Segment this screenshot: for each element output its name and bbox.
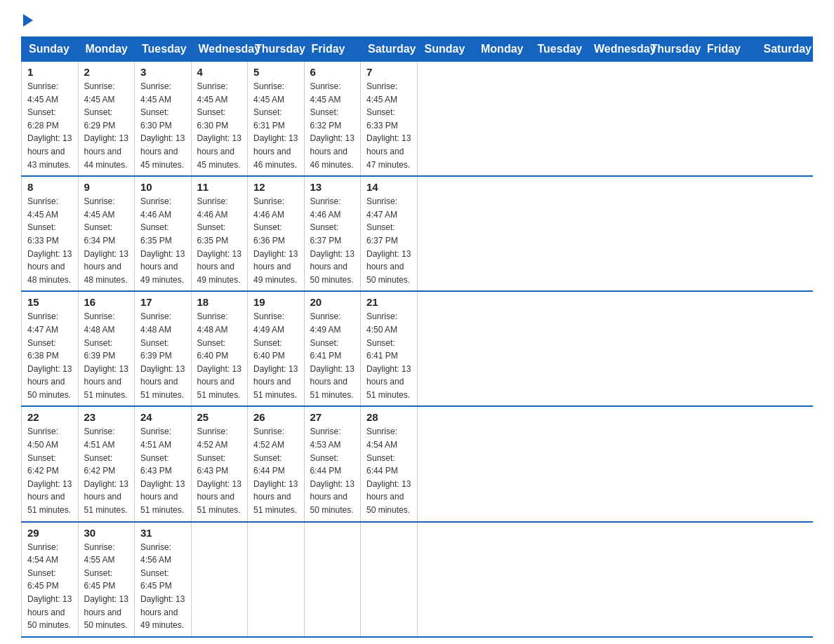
day-number: 27 [310,411,355,423]
day-cell: 27Sunrise: 4:53 AMSunset: 6:44 PMDayligh… [304,406,361,521]
day-info: Sunrise: 4:45 AMSunset: 6:29 PMDaylight:… [84,80,129,171]
day-number: 10 [140,181,185,193]
day-cell: 2Sunrise: 4:45 AMSunset: 6:29 PMDaylight… [78,62,135,177]
col-header-monday: Monday [474,37,531,62]
day-info: Sunrise: 4:48 AMSunset: 6:39 PMDaylight:… [140,310,185,401]
day-info: Sunrise: 4:45 AMSunset: 6:30 PMDaylight:… [140,80,185,171]
day-number: 21 [366,296,411,308]
day-cell: 10Sunrise: 4:46 AMSunset: 6:35 PMDayligh… [135,176,192,291]
day-cell: 24Sunrise: 4:51 AMSunset: 6:43 PMDayligh… [135,406,192,521]
day-number: 9 [84,181,129,193]
day-info: Sunrise: 4:45 AMSunset: 6:32 PMDaylight:… [310,80,355,171]
day-cell: 18Sunrise: 4:48 AMSunset: 6:40 PMDayligh… [191,291,248,406]
day-number: 29 [27,527,72,539]
day-cell: 29Sunrise: 4:54 AMSunset: 6:45 PMDayligh… [22,522,79,637]
day-info: Sunrise: 4:45 AMSunset: 6:33 PMDaylight:… [366,80,411,171]
day-cell: 8Sunrise: 4:45 AMSunset: 6:33 PMDaylight… [22,176,79,291]
day-number: 25 [197,411,242,423]
day-info: Sunrise: 4:51 AMSunset: 6:42 PMDaylight:… [84,425,129,516]
day-number: 11 [197,181,242,193]
day-info: Sunrise: 4:53 AMSunset: 6:44 PMDaylight:… [310,425,355,516]
calendar-header-row: SundayMondayTuesdayWednesdayThursdayFrid… [22,37,813,62]
day-info: Sunrise: 4:56 AMSunset: 6:45 PMDaylight:… [140,541,185,632]
day-info: Sunrise: 4:46 AMSunset: 6:37 PMDaylight:… [310,195,355,286]
day-info: Sunrise: 4:47 AMSunset: 6:37 PMDaylight:… [366,195,411,286]
day-cell: 23Sunrise: 4:51 AMSunset: 6:42 PMDayligh… [78,406,135,521]
day-cell: 13Sunrise: 4:46 AMSunset: 6:37 PMDayligh… [304,176,361,291]
day-number: 24 [140,411,185,423]
day-number: 28 [366,411,411,423]
col-header-sunday: Sunday [417,37,474,62]
day-cell: 22Sunrise: 4:50 AMSunset: 6:42 PMDayligh… [22,406,79,521]
day-cell: 14Sunrise: 4:47 AMSunset: 6:37 PMDayligh… [361,176,418,291]
day-info: Sunrise: 4:48 AMSunset: 6:40 PMDaylight:… [197,310,242,401]
day-cell: 19Sunrise: 4:49 AMSunset: 6:40 PMDayligh… [248,291,305,406]
day-number: 8 [27,181,72,193]
day-number: 6 [310,66,355,78]
day-cell: 25Sunrise: 4:52 AMSunset: 6:43 PMDayligh… [191,406,248,521]
day-number: 26 [253,411,298,423]
day-cell: 21Sunrise: 4:50 AMSunset: 6:41 PMDayligh… [361,291,418,406]
day-number: 18 [197,296,242,308]
day-cell: 17Sunrise: 4:48 AMSunset: 6:39 PMDayligh… [135,291,192,406]
week-row-2: 8Sunrise: 4:45 AMSunset: 6:33 PMDaylight… [22,176,813,291]
day-cell: 5Sunrise: 4:45 AMSunset: 6:31 PMDaylight… [248,62,305,177]
day-number: 1 [27,66,72,78]
week-row-1: 1Sunrise: 4:45 AMSunset: 6:28 PMDaylight… [22,62,813,177]
day-cell [191,522,248,637]
col-header-friday: Friday [700,37,757,62]
header-tuesday: Tuesday [135,37,192,62]
day-info: Sunrise: 4:50 AMSunset: 6:41 PMDaylight:… [366,310,411,401]
day-info: Sunrise: 4:46 AMSunset: 6:36 PMDaylight:… [253,195,298,286]
day-info: Sunrise: 4:49 AMSunset: 6:40 PMDaylight:… [253,310,298,401]
day-cell: 6Sunrise: 4:45 AMSunset: 6:32 PMDaylight… [304,62,361,177]
day-number: 16 [84,296,129,308]
day-number: 17 [140,296,185,308]
day-info: Sunrise: 4:48 AMSunset: 6:39 PMDaylight:… [84,310,129,401]
header-saturday: Saturday [361,37,418,62]
col-header-wednesday: Wednesday [587,37,644,62]
day-number: 14 [366,181,411,193]
day-number: 2 [84,66,129,78]
day-cell: 30Sunrise: 4:55 AMSunset: 6:45 PMDayligh… [78,522,135,637]
header-wednesday: Wednesday [191,37,248,62]
day-info: Sunrise: 4:54 AMSunset: 6:44 PMDaylight:… [366,425,411,516]
day-number: 5 [253,66,298,78]
day-cell: 12Sunrise: 4:46 AMSunset: 6:36 PMDayligh… [248,176,305,291]
day-info: Sunrise: 4:54 AMSunset: 6:45 PMDaylight:… [27,541,72,632]
day-info: Sunrise: 4:50 AMSunset: 6:42 PMDaylight:… [27,425,72,516]
calendar-table: SundayMondayTuesdayWednesdayThursdayFrid… [21,36,813,638]
day-cell: 11Sunrise: 4:46 AMSunset: 6:35 PMDayligh… [191,176,248,291]
day-info: Sunrise: 4:45 AMSunset: 6:28 PMDaylight:… [27,80,72,171]
day-cell: 7Sunrise: 4:45 AMSunset: 6:33 PMDaylight… [361,62,418,177]
day-number: 23 [84,411,129,423]
day-number: 20 [310,296,355,308]
col-header-thursday: Thursday [643,37,700,62]
day-info: Sunrise: 4:45 AMSunset: 6:33 PMDaylight:… [27,195,72,286]
logo [21,14,33,25]
day-cell: 9Sunrise: 4:45 AMSunset: 6:34 PMDaylight… [78,176,135,291]
header-sunday: Sunday [22,37,79,62]
day-info: Sunrise: 4:46 AMSunset: 6:35 PMDaylight:… [197,195,242,286]
day-number: 30 [84,527,129,539]
day-number: 12 [253,181,298,193]
header-thursday: Thursday [248,37,305,62]
day-info: Sunrise: 4:52 AMSunset: 6:43 PMDaylight:… [197,425,242,516]
day-cell: 3Sunrise: 4:45 AMSunset: 6:30 PMDaylight… [135,62,192,177]
day-info: Sunrise: 4:45 AMSunset: 6:31 PMDaylight:… [253,80,298,171]
day-cell: 16Sunrise: 4:48 AMSunset: 6:39 PMDayligh… [78,291,135,406]
day-cell: 15Sunrise: 4:47 AMSunset: 6:38 PMDayligh… [22,291,79,406]
day-number: 7 [366,66,411,78]
day-number: 19 [253,296,298,308]
day-cell: 31Sunrise: 4:56 AMSunset: 6:45 PMDayligh… [135,522,192,637]
day-info: Sunrise: 4:45 AMSunset: 6:30 PMDaylight:… [197,80,242,171]
day-cell [361,522,418,637]
day-cell: 1Sunrise: 4:45 AMSunset: 6:28 PMDaylight… [22,62,79,177]
day-number: 31 [140,527,185,539]
col-header-tuesday: Tuesday [530,37,587,62]
week-row-3: 15Sunrise: 4:47 AMSunset: 6:38 PMDayligh… [22,291,813,406]
col-header-saturday: Saturday [756,37,813,62]
week-row-4: 22Sunrise: 4:50 AMSunset: 6:42 PMDayligh… [22,406,813,521]
day-info: Sunrise: 4:47 AMSunset: 6:38 PMDaylight:… [27,310,72,401]
day-info: Sunrise: 4:55 AMSunset: 6:45 PMDaylight:… [84,541,129,632]
